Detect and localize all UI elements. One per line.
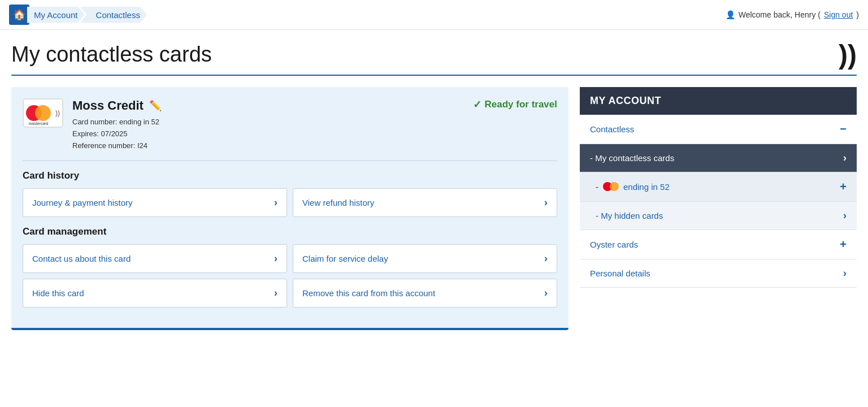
card-sub-item: - ending in 52 [596,182,670,192]
chevron-right-icon-4: › [544,253,548,265]
sidebar-chevron-icon-3: › [843,267,847,279]
journey-history-label: Journey & payment history [32,198,133,207]
card-management-grid: Contact us about this card › Claim for s… [23,244,557,308]
mc-label: mastercard [28,122,48,125]
breadcrumb: 🏠 My Account Contactless 👤 Welcome back,… [0,0,868,30]
user-icon: 👤 [726,10,735,19]
chevron-right-icon-6: › [544,287,548,299]
card-name-row: Moss Credit ✏️ [72,98,473,113]
card-management-label: Card management [23,226,557,237]
sidebar-plus-icon-2: + [840,238,847,251]
sidebar-item-my-contactless-cards[interactable]: - My contactless cards › [580,144,857,172]
page-header: My contactless cards )) [0,30,868,75]
sidebar-mycontactless-label: - My contactless cards [590,153,674,163]
ready-status: ✓ Ready for travel [473,98,558,111]
edit-icon[interactable]: ✏️ [149,99,162,112]
sidebar-item-contactless[interactable]: Contactless − [580,115,857,144]
journey-history-button[interactable]: Journey & payment history › [23,188,287,217]
mc-yellow-circle [35,105,51,121]
hide-card-button[interactable]: Hide this card › [23,279,287,308]
chevron-right-icon-5: › [274,287,277,299]
hide-card-label: Hide this card [32,288,84,298]
sidebar: MY ACCOUNT Contactless − - My contactles… [580,87,857,288]
sidebar-item-oyster-cards[interactable]: Oyster cards + [580,230,857,259]
remove-card-button[interactable]: Remove this card from this account › [293,279,557,308]
checkmark-icon: ✓ [473,98,481,111]
claim-delay-button[interactable]: Claim for service delay › [293,244,557,273]
sidebar-chevron-icon-1: › [843,152,847,164]
section-divider-1 [23,161,557,161]
welcome-text: Welcome back, Henry ( [739,10,821,19]
card-info-block: Moss Credit ✏️ Card number: ending in 52… [72,98,473,151]
sidebar-hiddencards-label: - My hidden cards [596,211,663,220]
main-layout: mastercard )) Moss Credit ✏️ Card number… [0,87,868,330]
contactless-wave-icon: )) [839,39,857,70]
mastercard-logo: mastercard [26,105,51,121]
card-reference: Reference number: I24 [72,140,473,152]
mini-mastercard-icon [603,182,619,192]
card-header: mastercard )) Moss Credit ✏️ Card number… [23,98,557,151]
breadcrumb-myaccount[interactable]: My Account [27,7,85,23]
sidebar-contactless-label: Contactless [590,124,634,134]
user-info: 👤 Welcome back, Henry (Sign out) [726,10,859,19]
card-section: mastercard )) Moss Credit ✏️ Card number… [11,87,568,330]
sidebar-chevron-icon-2: › [843,210,847,222]
home-icon[interactable]: 🏠 [9,5,29,25]
card-history-grid: Journey & payment history › View refund … [23,188,557,217]
sidebar-minus-icon: − [840,123,847,136]
chevron-right-icon-3: › [274,253,277,265]
mini-mc-right [610,182,619,191]
sidebar-item-personal-details[interactable]: Personal details › [580,259,857,288]
card-logo: mastercard )) [23,98,63,128]
sidebar-header: MY ACCOUNT [580,87,857,115]
sidebar-item-ending-52[interactable]: - ending in 52 + [580,172,857,202]
card-details: Card number: ending in 52 Expires: 07/20… [72,116,473,151]
card-number: Card number: ending in 52 [72,116,473,128]
claim-delay-label: Claim for service delay [302,254,388,263]
contact-us-label: Contact us about this card [32,254,131,263]
sidebar-item-hidden-cards[interactable]: - My hidden cards › [580,202,857,230]
sidebar-plus-icon-1: + [840,180,847,193]
chevron-right-icon-2: › [544,197,548,209]
chevron-right-icon: › [274,197,277,209]
remove-card-label: Remove this card from this account [302,288,435,298]
sidebar-personal-label: Personal details [590,269,650,278]
contact-us-button[interactable]: Contact us about this card › [23,244,287,273]
view-refund-label: View refund history [302,198,374,207]
nfc-icon: )) [55,109,60,117]
sidebar-ending52-label: ending in 52 [623,182,670,192]
signout-link[interactable]: Sign out [824,10,853,19]
card-history-label: Card history [23,170,557,181]
breadcrumb-contactless[interactable]: Contactless [80,7,147,23]
view-refund-button[interactable]: View refund history › [293,188,557,217]
card-name: Moss Credit [72,98,144,113]
page-divider [11,75,857,76]
sidebar-oyster-label: Oyster cards [590,240,638,249]
status-text: Ready for travel [485,99,558,110]
sub-dash: - [596,182,598,192]
card-expires: Expires: 07/2025 [72,128,473,140]
page-title: My contactless cards [11,42,212,67]
